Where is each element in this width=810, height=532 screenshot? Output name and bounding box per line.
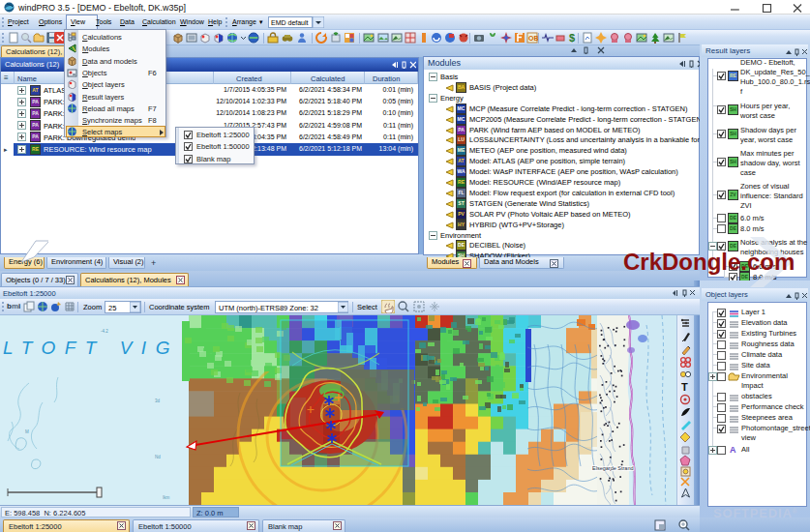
svg-text:LTOFT VIG: LTOFT VIG [3,338,179,358]
svg-text:OB: OB [528,35,538,42]
svg-text:$: $ [569,32,575,44]
svg-text:Nd: Nd [155,455,161,459]
svg-text:3d: 3d [155,399,161,403]
svg-text:Elsegarde Strand: Elsegarde Strand [592,465,634,471]
svg-text:M: M [25,429,29,434]
svg-text:Ikm: Ikm [163,495,170,500]
svg-text:-4.2: -4.2 [101,329,108,334]
svg-text:T: T [681,381,688,393]
